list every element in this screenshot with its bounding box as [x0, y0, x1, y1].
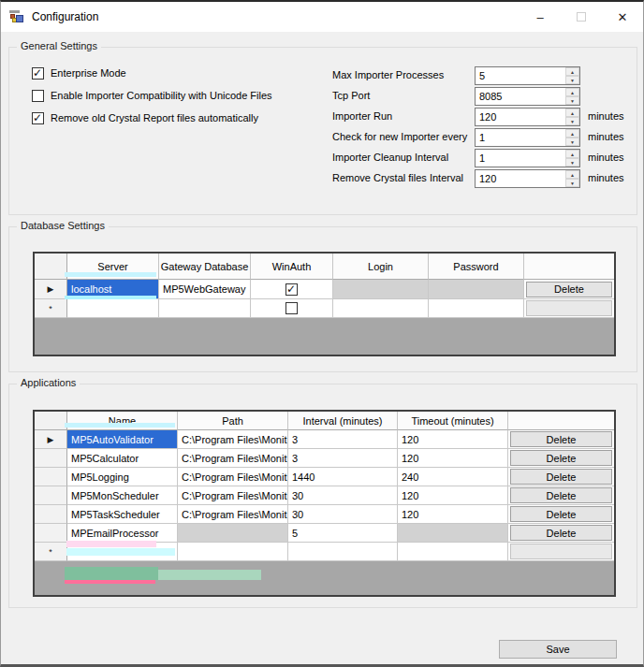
db-cell-winauth[interactable] — [251, 280, 333, 299]
app-delete-button[interactable]: Delete — [510, 525, 612, 541]
app-cell-path — [178, 524, 288, 543]
app-col-name[interactable]: Name — [67, 412, 178, 430]
checkbox-remove-crystal-reports[interactable]: Remove old Crystal Report files automati… — [32, 110, 258, 125]
app-cell-interval[interactable]: 5 — [288, 524, 398, 543]
general-settings-label: General Settings — [17, 40, 101, 51]
db-col-actions — [524, 254, 614, 280]
spinner-up-icon[interactable] — [565, 170, 579, 179]
db-row-header[interactable]: * — [35, 299, 67, 318]
app-cell-name[interactable]: MPEmailProcessor — [67, 524, 178, 543]
importer-cleanup-label: Importer Cleanup Interval — [332, 152, 448, 163]
app-cell-timeout[interactable]: 120 — [398, 449, 508, 468]
app-cell-timeout[interactable]: 120 — [398, 430, 508, 449]
app-cell-timeout[interactable]: 240 — [398, 468, 508, 486]
app-cell-interval[interactable]: 30 — [288, 486, 398, 505]
maximize-button[interactable] — [561, 2, 602, 32]
app-row-header[interactable] — [35, 468, 67, 486]
app-cell-name[interactable]: MP5AutoValidator — [67, 430, 178, 449]
spinner-up-icon[interactable] — [565, 88, 579, 96]
db-new-winauth[interactable] — [251, 299, 333, 318]
db-delete-button[interactable]: Delete — [526, 282, 612, 297]
app-delete-button[interactable]: Delete — [510, 450, 612, 466]
app-cell-path[interactable]: C:\Program Files\Monit... — [178, 449, 288, 468]
spinner-down-icon[interactable] — [565, 117, 579, 125]
spinner-value: 1 — [476, 150, 565, 167]
app-cell-name[interactable]: MP5Logging — [67, 468, 178, 486]
app-cell-path[interactable]: C:\Program Files\Monit... — [178, 505, 288, 524]
winauth-checkbox-icon[interactable] — [285, 283, 298, 296]
db-new-password[interactable] — [429, 299, 524, 318]
db-col-winauth[interactable]: WinAuth — [251, 254, 333, 280]
app-grid-empty-area — [35, 561, 614, 595]
app-row-header[interactable] — [35, 486, 67, 505]
importer-run-input[interactable]: 120 — [475, 108, 580, 126]
app-col-actions — [508, 412, 614, 430]
check-new-importer-label: Check for new Importer every — [332, 131, 467, 142]
app-cell-name[interactable]: MP5TaskScheduler — [67, 505, 178, 524]
app-delete-button[interactable]: Delete — [510, 431, 612, 447]
app-col-interval[interactable]: Interval (minutes) — [288, 412, 398, 430]
app-new-timeout[interactable] — [398, 543, 508, 561]
app-row-header[interactable]: * — [35, 543, 67, 561]
app-cell-timeout[interactable]: 120 — [398, 505, 508, 524]
db-cell-gateway[interactable]: MP5WebGateway — [159, 280, 251, 299]
importer-cleanup-input[interactable]: 1 — [475, 149, 580, 167]
max-importer-processes-input[interactable]: 5 — [475, 66, 580, 85]
app-row-header[interactable] — [35, 449, 67, 468]
app-col-timeout[interactable]: Timeout (minutes) — [398, 412, 508, 430]
app-row-header[interactable]: ▶ — [35, 430, 67, 449]
db-new-login[interactable] — [333, 299, 429, 318]
close-button[interactable]: ✕ — [602, 2, 643, 32]
app-cell-interval[interactable]: 3 — [288, 449, 398, 468]
app-row-header[interactable] — [35, 524, 67, 543]
app-delete-button[interactable]: Delete — [510, 506, 612, 522]
app-cell-interval[interactable]: 3 — [288, 430, 398, 449]
db-new-gateway[interactable] — [159, 299, 251, 318]
app-new-interval[interactable] — [288, 543, 398, 561]
spinner-value: 120 — [476, 109, 565, 125]
remove-crystal-interval-input[interactable]: 120 — [475, 169, 580, 188]
app-cell-path[interactable]: C:\Program Files\Monit... — [178, 468, 288, 486]
db-col-password[interactable]: Password — [429, 254, 524, 280]
app-delete-button[interactable]: Delete — [510, 469, 612, 485]
app-delete-button[interactable]: Delete — [510, 487, 612, 503]
spinner-down-icon[interactable] — [565, 138, 579, 146]
app-cell-interval[interactable]: 1440 — [288, 468, 398, 486]
app-cell-timeout[interactable]: 120 — [398, 486, 508, 505]
db-row-header[interactable]: ▶ — [35, 280, 67, 299]
save-button[interactable]: Save — [499, 640, 617, 659]
spinner-down-icon[interactable] — [565, 76, 579, 84]
app-new-path[interactable] — [178, 543, 288, 561]
app-row: MP5TaskScheduler C:\Program Files\Monit.… — [35, 505, 614, 524]
checkbox-enterprise-mode[interactable]: Enterprise Mode — [32, 65, 126, 80]
minimize-button[interactable]: – — [520, 2, 561, 32]
app-cell-action: Delete — [508, 449, 614, 468]
app-cell-interval[interactable]: 30 — [288, 505, 398, 524]
winauth-checkbox-icon[interactable] — [285, 302, 298, 314]
spinner-value: 8085 — [476, 88, 565, 105]
spinner-down-icon[interactable] — [565, 96, 579, 105]
db-col-server[interactable]: Server — [67, 254, 159, 280]
tcp-port-input[interactable]: 8085 — [475, 87, 580, 106]
db-cell-server[interactable]: localhost — [67, 280, 159, 299]
app-cell-name[interactable]: MP5MonScheduler — [67, 486, 178, 505]
app-new-name[interactable] — [67, 543, 178, 561]
db-new-server[interactable] — [67, 299, 159, 318]
spinner-up-icon[interactable] — [565, 150, 579, 158]
spinner-down-icon[interactable] — [565, 158, 579, 167]
checkbox-icon — [32, 67, 44, 80]
spinner-up-icon[interactable] — [565, 67, 579, 76]
spinner-down-icon[interactable] — [565, 179, 579, 187]
remove-crystal-interval-label: Remove Crystal files Interval — [332, 172, 463, 183]
app-col-path[interactable]: Path — [178, 412, 288, 430]
spinner-up-icon[interactable] — [565, 109, 579, 117]
db-col-login[interactable]: Login — [333, 254, 429, 280]
app-cell-path[interactable]: C:\Program Files\Monit... — [178, 486, 288, 505]
app-cell-name[interactable]: MP5Calculator — [67, 449, 178, 468]
check-new-importer-input[interactable]: 1 — [475, 128, 580, 147]
checkbox-unicode-compatibility[interactable]: Enable Importer Compatibility with Unico… — [32, 88, 272, 103]
spinner-up-icon[interactable] — [565, 129, 579, 138]
db-col-gateway-database[interactable]: Gateway Database — [159, 254, 251, 280]
app-row-header[interactable] — [35, 505, 67, 524]
app-cell-path[interactable]: C:\Program Files\Monit... — [178, 430, 288, 449]
